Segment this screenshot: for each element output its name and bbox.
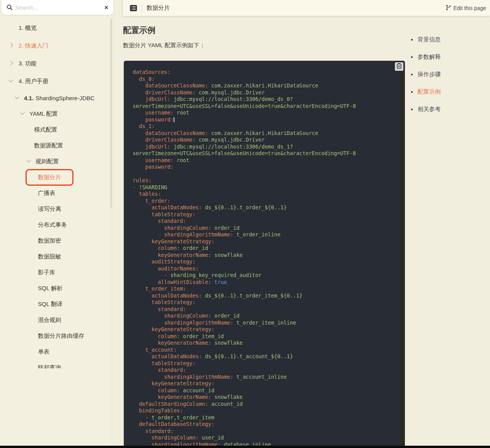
sidebar-item[interactable]: 3. 功能 xyxy=(0,55,112,72)
code-line: column: order_id xyxy=(133,245,400,252)
chevron-right-icon[interactable] xyxy=(9,43,13,47)
code-line: defaultShardingColumn: account_id xyxy=(133,401,400,408)
sidebar-item[interactable]: 单表 xyxy=(0,344,112,360)
code-line: tableStrategy: xyxy=(133,211,400,218)
sidebar-item-label: 影子库 xyxy=(38,269,55,276)
toc-item[interactable]: 配置示例 xyxy=(411,88,441,96)
sidebar-item[interactable]: 数据源配置 xyxy=(0,138,112,154)
code-line: shardingColumn: order_id xyxy=(133,313,400,320)
code-line: tables: xyxy=(133,191,400,198)
page-title: 数据分片 xyxy=(147,4,170,12)
code-line: keyGenerateStrategy: xyxy=(133,238,400,245)
code-line: shardingAlgorithmName: t_order_inline xyxy=(133,231,400,238)
sidebar-item-label-highlighted: 数据分片 xyxy=(26,169,73,186)
sidebar-item[interactable]: 混合规则 xyxy=(0,312,112,328)
sidebar-item-label: 1. 概览 xyxy=(19,24,37,32)
sidebar-scrollbar[interactable] xyxy=(110,19,112,208)
sidebar-item[interactable]: 数据脱敏 xyxy=(0,249,112,265)
code-line: ds_1: xyxy=(133,123,400,130)
code-line: shardingColumn: user_id xyxy=(133,434,400,441)
code-line: tableStrategy: xyxy=(133,299,400,306)
toc-item[interactable]: 操作步骤 xyxy=(411,70,441,79)
code-line: auditorNames: xyxy=(133,265,400,272)
sidebar-toggle-icon[interactable] xyxy=(130,5,137,11)
sidebar-item[interactable]: SQL 解析 xyxy=(0,280,112,296)
chevron-down-icon[interactable] xyxy=(15,94,19,99)
sidebar-item-label: 分布式事务 xyxy=(38,221,67,229)
code-line: jdbcUrl: jdbc:mysql://localhost:3306/dem… xyxy=(133,96,400,103)
copy-code-button[interactable] xyxy=(395,62,403,71)
code-line: dataSourceClassName: com.zaxxer.hikari.H… xyxy=(133,82,400,89)
sidebar-item[interactable]: 数据分片路由缓存 xyxy=(0,328,112,344)
code-line: password: xyxy=(133,116,400,123)
code-line: actualDataNodes: ds_${0..1}.t_order_item… xyxy=(133,292,400,299)
section-heading: 配置示例 xyxy=(123,25,155,36)
code-line: standard: xyxy=(133,218,400,225)
edit-this-page-link[interactable]: Edit this page xyxy=(446,5,486,12)
git-branch-icon xyxy=(446,5,451,12)
code-line: username: root xyxy=(133,109,400,116)
chevron-right-icon[interactable] xyxy=(9,61,13,65)
code-line: driverClassName: com.mysql.jdbc.Driver xyxy=(133,137,400,144)
code-line: auditStrategy: xyxy=(133,258,400,265)
sidebar-item[interactable]: SQL 翻译 xyxy=(0,296,112,312)
sidebar-item[interactable]: 数据加密 xyxy=(0,233,112,249)
code-line: keyGenerateStrategy: xyxy=(133,326,400,333)
code-line: t_order_item: xyxy=(133,286,400,292)
sidebar-item[interactable]: 联邦查询 xyxy=(0,360,112,368)
code-scrollbar[interactable] xyxy=(400,71,405,446)
code-line: tableStrategy: xyxy=(133,360,400,367)
yaml-code-block: dataSources: ds_0: dataSourceClassName: … xyxy=(124,61,405,448)
sidebar-item[interactable]: 4.1.ShardingSphere-JDBC xyxy=(0,90,112,106)
code-line: column: account_id xyxy=(133,387,400,394)
sidebar-item-label: 4.1.ShardingSphere-JDBC xyxy=(24,95,95,101)
sidebar-item[interactable]: 广播表 xyxy=(0,185,112,201)
toc-item[interactable]: 背景信息 xyxy=(411,36,441,44)
code-line: driverClassName: com.mysql.jdbc.Driver xyxy=(133,89,400,96)
window-bottom-edge xyxy=(0,446,490,448)
search-input[interactable] xyxy=(13,4,104,11)
sidebar-item[interactable]: YAML 配置 xyxy=(0,106,112,122)
code-line: t_account: xyxy=(133,347,400,354)
code-line: serverTimezone=UTC&useSSL=false&useUnico… xyxy=(133,150,400,157)
sidebar-item-label: SQL 翻译 xyxy=(38,301,63,308)
chevron-down-icon[interactable] xyxy=(26,158,31,162)
code-line: rules: xyxy=(133,177,400,184)
chevron-down-icon[interactable] xyxy=(9,78,13,82)
sidebar-menu: 1. 概览2. 快速入门3. 功能4. 用户手册4.1.ShardingSphe… xyxy=(0,15,112,368)
sidebar-item[interactable]: 2. 快速入门 xyxy=(0,37,112,55)
chevron-down-icon[interactable] xyxy=(20,110,24,115)
edit-this-page-label: Edit this page xyxy=(453,5,486,11)
sidebar-item-label: 模式配置 xyxy=(34,126,57,133)
code-line: actualDataNodes: ds_${0..1}.t_account_${… xyxy=(133,353,400,360)
sidebar-item[interactable]: 读写分离 xyxy=(0,201,112,217)
code-line: serverTimezone=UTC&useSSL=false&useUnico… xyxy=(133,103,400,110)
code-line xyxy=(133,171,400,178)
code-line: shardingAlgorithmName: t_account_inline xyxy=(133,374,400,381)
sidebar-item[interactable]: 数据分片 xyxy=(0,169,112,185)
code-line: keyGeneratorName: snowflake xyxy=(133,252,400,259)
sidebar-item[interactable]: 规则配置 xyxy=(0,154,112,169)
code-line: password: xyxy=(133,164,400,171)
sidebar-item[interactable]: 影子库 xyxy=(0,265,112,280)
sidebar-item-label: 广播表 xyxy=(38,190,55,197)
code-line: standard: xyxy=(133,428,400,435)
search-bar[interactable]: × xyxy=(2,0,113,15)
sidebar-item[interactable]: 1. 概览 xyxy=(0,19,112,37)
toc-item[interactable]: 相关参考 xyxy=(411,105,441,113)
toc-item[interactable]: 参数解释 xyxy=(411,53,441,61)
sidebar-item[interactable]: 4. 用户手册 xyxy=(0,72,112,90)
search-icon xyxy=(7,4,13,10)
code-line: t_order: xyxy=(133,198,400,205)
clipboard-icon xyxy=(396,63,402,70)
close-icon[interactable]: × xyxy=(104,4,108,11)
toc: 背景信息参数解释操作步骤配置示例相关参考 xyxy=(411,36,441,123)
sidebar-item-label: 规则配置 xyxy=(36,158,59,165)
sidebar-item-label: 混合规则 xyxy=(38,316,61,324)
code-line: ds_0: xyxy=(133,76,400,83)
sidebar-item[interactable]: 模式配置 xyxy=(0,122,112,138)
sidebar-item-label: YAML 配置 xyxy=(29,110,58,118)
sidebar-item[interactable]: 分布式事务 xyxy=(0,217,112,233)
code-line: allowHintDisable: true xyxy=(133,279,400,286)
sidebar-item-label: 2. 快速入门 xyxy=(19,42,48,50)
